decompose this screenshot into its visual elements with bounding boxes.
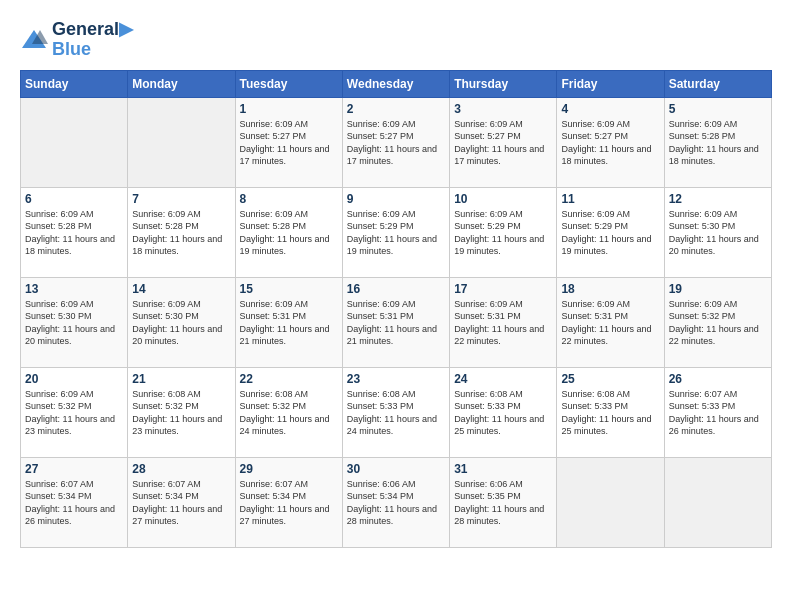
- day-info: Sunrise: 6:07 AM Sunset: 5:34 PM Dayligh…: [132, 478, 230, 528]
- calendar-cell: 5Sunrise: 6:09 AM Sunset: 5:28 PM Daylig…: [664, 97, 771, 187]
- day-number: 18: [561, 282, 659, 296]
- day-info: Sunrise: 6:09 AM Sunset: 5:31 PM Dayligh…: [454, 298, 552, 348]
- day-info: Sunrise: 6:09 AM Sunset: 5:32 PM Dayligh…: [669, 298, 767, 348]
- calendar-cell: 26Sunrise: 6:07 AM Sunset: 5:33 PM Dayli…: [664, 367, 771, 457]
- day-number: 27: [25, 462, 123, 476]
- day-number: 14: [132, 282, 230, 296]
- calendar-cell: 7Sunrise: 6:09 AM Sunset: 5:28 PM Daylig…: [128, 187, 235, 277]
- page-header: General▶ Blue: [20, 20, 772, 60]
- day-number: 30: [347, 462, 445, 476]
- day-number: 26: [669, 372, 767, 386]
- logo-icon: [20, 26, 48, 54]
- day-info: Sunrise: 6:08 AM Sunset: 5:32 PM Dayligh…: [132, 388, 230, 438]
- day-info: Sunrise: 6:09 AM Sunset: 5:27 PM Dayligh…: [347, 118, 445, 168]
- calendar-cell: 16Sunrise: 6:09 AM Sunset: 5:31 PM Dayli…: [342, 277, 449, 367]
- calendar-day-header: Monday: [128, 70, 235, 97]
- day-info: Sunrise: 6:09 AM Sunset: 5:27 PM Dayligh…: [240, 118, 338, 168]
- calendar-week-row: 1Sunrise: 6:09 AM Sunset: 5:27 PM Daylig…: [21, 97, 772, 187]
- calendar-cell: 25Sunrise: 6:08 AM Sunset: 5:33 PM Dayli…: [557, 367, 664, 457]
- day-number: 23: [347, 372, 445, 386]
- day-number: 5: [669, 102, 767, 116]
- day-info: Sunrise: 6:09 AM Sunset: 5:29 PM Dayligh…: [561, 208, 659, 258]
- calendar-week-row: 27Sunrise: 6:07 AM Sunset: 5:34 PM Dayli…: [21, 457, 772, 547]
- calendar-cell: 8Sunrise: 6:09 AM Sunset: 5:28 PM Daylig…: [235, 187, 342, 277]
- day-number: 20: [25, 372, 123, 386]
- day-info: Sunrise: 6:08 AM Sunset: 5:32 PM Dayligh…: [240, 388, 338, 438]
- day-number: 13: [25, 282, 123, 296]
- day-info: Sunrise: 6:09 AM Sunset: 5:31 PM Dayligh…: [561, 298, 659, 348]
- logo-text: General▶ Blue: [52, 20, 133, 60]
- calendar-cell: 29Sunrise: 6:07 AM Sunset: 5:34 PM Dayli…: [235, 457, 342, 547]
- day-info: Sunrise: 6:09 AM Sunset: 5:30 PM Dayligh…: [669, 208, 767, 258]
- calendar-cell: 17Sunrise: 6:09 AM Sunset: 5:31 PM Dayli…: [450, 277, 557, 367]
- calendar-cell: 11Sunrise: 6:09 AM Sunset: 5:29 PM Dayli…: [557, 187, 664, 277]
- calendar-cell: 23Sunrise: 6:08 AM Sunset: 5:33 PM Dayli…: [342, 367, 449, 457]
- day-number: 10: [454, 192, 552, 206]
- day-number: 7: [132, 192, 230, 206]
- day-info: Sunrise: 6:07 AM Sunset: 5:33 PM Dayligh…: [669, 388, 767, 438]
- day-number: 16: [347, 282, 445, 296]
- day-info: Sunrise: 6:09 AM Sunset: 5:28 PM Dayligh…: [669, 118, 767, 168]
- day-number: 29: [240, 462, 338, 476]
- calendar-cell: 3Sunrise: 6:09 AM Sunset: 5:27 PM Daylig…: [450, 97, 557, 187]
- day-info: Sunrise: 6:09 AM Sunset: 5:31 PM Dayligh…: [240, 298, 338, 348]
- calendar-cell: 18Sunrise: 6:09 AM Sunset: 5:31 PM Dayli…: [557, 277, 664, 367]
- calendar-cell: 22Sunrise: 6:08 AM Sunset: 5:32 PM Dayli…: [235, 367, 342, 457]
- day-number: 22: [240, 372, 338, 386]
- day-info: Sunrise: 6:09 AM Sunset: 5:28 PM Dayligh…: [240, 208, 338, 258]
- day-info: Sunrise: 6:08 AM Sunset: 5:33 PM Dayligh…: [561, 388, 659, 438]
- calendar-day-header: Friday: [557, 70, 664, 97]
- day-number: 9: [347, 192, 445, 206]
- day-number: 12: [669, 192, 767, 206]
- day-info: Sunrise: 6:06 AM Sunset: 5:35 PM Dayligh…: [454, 478, 552, 528]
- calendar-week-row: 6Sunrise: 6:09 AM Sunset: 5:28 PM Daylig…: [21, 187, 772, 277]
- day-number: 15: [240, 282, 338, 296]
- day-number: 25: [561, 372, 659, 386]
- day-info: Sunrise: 6:09 AM Sunset: 5:27 PM Dayligh…: [454, 118, 552, 168]
- calendar-cell: 2Sunrise: 6:09 AM Sunset: 5:27 PM Daylig…: [342, 97, 449, 187]
- day-info: Sunrise: 6:09 AM Sunset: 5:27 PM Dayligh…: [561, 118, 659, 168]
- calendar-week-row: 13Sunrise: 6:09 AM Sunset: 5:30 PM Dayli…: [21, 277, 772, 367]
- calendar-cell: [664, 457, 771, 547]
- calendar-cell: 13Sunrise: 6:09 AM Sunset: 5:30 PM Dayli…: [21, 277, 128, 367]
- calendar-cell: 9Sunrise: 6:09 AM Sunset: 5:29 PM Daylig…: [342, 187, 449, 277]
- day-number: 6: [25, 192, 123, 206]
- day-info: Sunrise: 6:09 AM Sunset: 5:31 PM Dayligh…: [347, 298, 445, 348]
- calendar-cell: 6Sunrise: 6:09 AM Sunset: 5:28 PM Daylig…: [21, 187, 128, 277]
- day-number: 1: [240, 102, 338, 116]
- day-number: 2: [347, 102, 445, 116]
- day-info: Sunrise: 6:09 AM Sunset: 5:30 PM Dayligh…: [25, 298, 123, 348]
- calendar-cell: 19Sunrise: 6:09 AM Sunset: 5:32 PM Dayli…: [664, 277, 771, 367]
- day-info: Sunrise: 6:09 AM Sunset: 5:28 PM Dayligh…: [132, 208, 230, 258]
- calendar-cell: [557, 457, 664, 547]
- logo: General▶ Blue: [20, 20, 133, 60]
- calendar-cell: 15Sunrise: 6:09 AM Sunset: 5:31 PM Dayli…: [235, 277, 342, 367]
- calendar-cell: 27Sunrise: 6:07 AM Sunset: 5:34 PM Dayli…: [21, 457, 128, 547]
- day-info: Sunrise: 6:09 AM Sunset: 5:29 PM Dayligh…: [454, 208, 552, 258]
- calendar-cell: 14Sunrise: 6:09 AM Sunset: 5:30 PM Dayli…: [128, 277, 235, 367]
- calendar-day-header: Tuesday: [235, 70, 342, 97]
- day-info: Sunrise: 6:09 AM Sunset: 5:28 PM Dayligh…: [25, 208, 123, 258]
- day-info: Sunrise: 6:08 AM Sunset: 5:33 PM Dayligh…: [347, 388, 445, 438]
- day-number: 17: [454, 282, 552, 296]
- calendar-cell: 10Sunrise: 6:09 AM Sunset: 5:29 PM Dayli…: [450, 187, 557, 277]
- calendar-day-header: Saturday: [664, 70, 771, 97]
- calendar-cell: 31Sunrise: 6:06 AM Sunset: 5:35 PM Dayli…: [450, 457, 557, 547]
- calendar-cell: [21, 97, 128, 187]
- day-number: 3: [454, 102, 552, 116]
- calendar-cell: 4Sunrise: 6:09 AM Sunset: 5:27 PM Daylig…: [557, 97, 664, 187]
- calendar-cell: 20Sunrise: 6:09 AM Sunset: 5:32 PM Dayli…: [21, 367, 128, 457]
- day-number: 8: [240, 192, 338, 206]
- day-number: 11: [561, 192, 659, 206]
- day-info: Sunrise: 6:07 AM Sunset: 5:34 PM Dayligh…: [240, 478, 338, 528]
- day-info: Sunrise: 6:07 AM Sunset: 5:34 PM Dayligh…: [25, 478, 123, 528]
- day-info: Sunrise: 6:06 AM Sunset: 5:34 PM Dayligh…: [347, 478, 445, 528]
- calendar-day-header: Wednesday: [342, 70, 449, 97]
- calendar-cell: [128, 97, 235, 187]
- day-number: 28: [132, 462, 230, 476]
- calendar-cell: 30Sunrise: 6:06 AM Sunset: 5:34 PM Dayli…: [342, 457, 449, 547]
- calendar-cell: 1Sunrise: 6:09 AM Sunset: 5:27 PM Daylig…: [235, 97, 342, 187]
- calendar-cell: 28Sunrise: 6:07 AM Sunset: 5:34 PM Dayli…: [128, 457, 235, 547]
- calendar-cell: 24Sunrise: 6:08 AM Sunset: 5:33 PM Dayli…: [450, 367, 557, 457]
- calendar-cell: 12Sunrise: 6:09 AM Sunset: 5:30 PM Dayli…: [664, 187, 771, 277]
